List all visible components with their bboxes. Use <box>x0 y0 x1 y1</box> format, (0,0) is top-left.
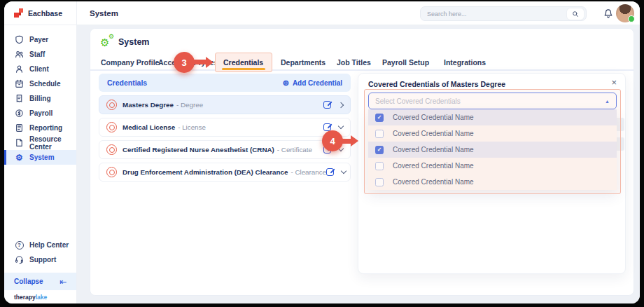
tab-credentials[interactable]: Credentials <box>223 58 263 67</box>
certificate-badge-icon <box>106 144 117 155</box>
chevron-right-icon[interactable] <box>338 102 344 107</box>
gear-icon: ⚙ <box>15 153 24 162</box>
search-input[interactable] <box>427 11 567 18</box>
search-button[interactable] <box>567 8 584 20</box>
sidebar-item-resource-center[interactable]: Resource Center <box>4 135 76 150</box>
users-icon <box>15 50 24 59</box>
user-avatar[interactable] <box>616 4 634 22</box>
covered-credentials-select[interactable]: Select Covered Credentials ▲ <box>368 93 617 109</box>
covered-credentials-panel: Covered Credentials of Masters Degree × … <box>358 73 626 274</box>
dropdown-option[interactable]: ✓ Covered Credential Name <box>368 125 617 142</box>
dollar-icon <box>15 109 24 118</box>
search-box <box>420 6 587 21</box>
eachbase-logo-icon <box>14 8 23 18</box>
sidebar-item-support[interactable]: Support <box>4 252 76 267</box>
dropdown-option[interactable]: ✓ Covered Credential Name <box>368 109 617 125</box>
caret-up-icon: ▲ <box>605 99 610 104</box>
chevron-down-icon[interactable] <box>341 168 346 174</box>
tab-integrations[interactable]: Integrations <box>444 58 486 67</box>
checkbox[interactable]: ✓ <box>375 178 384 186</box>
search-icon <box>572 11 579 18</box>
step-3-arrow <box>193 60 206 64</box>
license-badge-icon <box>106 122 117 132</box>
sidebar-item-reporting[interactable]: Reporting <box>4 121 76 135</box>
sidebar-item-label: Reporting <box>29 124 62 132</box>
select-placeholder: Select Covered Credentials <box>375 97 461 105</box>
tab-departments[interactable]: Departments <box>281 58 326 67</box>
step-4-arrow <box>342 139 351 144</box>
tab-bar: Company Profile Access Visit Types Crede… <box>90 57 634 71</box>
credentials-panel-title: Credentials <box>107 79 147 87</box>
calendar-icon <box>15 79 24 88</box>
checkbox[interactable]: ✓ <box>375 146 384 154</box>
sidebar-item-label: Schedule <box>29 80 60 88</box>
checkbox[interactable]: ✓ <box>375 162 384 170</box>
tab-payroll-setup[interactable]: Payroll Setup <box>382 58 429 67</box>
edit-icon[interactable] <box>326 168 334 176</box>
sidebar-item-system[interactable]: ⚙ System <box>4 150 76 165</box>
active-tab-underline <box>222 68 265 70</box>
brand-logo-row[interactable]: Eachbase <box>4 1 76 25</box>
sidebar-item-label: Billing <box>29 95 51 102</box>
system-heading-text: System <box>118 37 149 47</box>
system-heading: ⚙ ⚙ System <box>100 36 149 48</box>
step-4-badge: 4 <box>322 130 343 151</box>
report-icon <box>15 123 24 132</box>
notifications-bell-icon[interactable] <box>603 8 613 19</box>
add-credential-button[interactable]: ⊕ Add Credential <box>283 79 342 87</box>
chevron-down-icon[interactable] <box>338 123 344 129</box>
sidebar-item-payroll[interactable]: Payroll <box>4 106 76 121</box>
credential-row-masters-degree[interactable]: Masters Degree - Degree <box>99 95 351 114</box>
headset-icon <box>15 255 24 264</box>
sidebar-item-staff[interactable]: Staff <box>4 47 76 62</box>
system-gears-icon: ⚙ ⚙ <box>100 36 111 48</box>
tab-job-titles[interactable]: Job Titles <box>337 58 371 67</box>
sidebar-item-label: Payroll <box>29 109 52 117</box>
content-area: ⚙ ⚙ System Company Profile Access Visit … <box>77 25 640 303</box>
therapylake-logo: therapylake <box>14 294 47 301</box>
topbar: System <box>77 1 640 25</box>
credentials-panel-header: Credentials ⊕ Add Credential <box>99 74 351 92</box>
step-3-arrow-head <box>206 57 214 68</box>
sidebar-item-label: System <box>29 154 55 161</box>
sidebar-item-label: Resource Center <box>29 135 76 151</box>
credential-row-medical-license[interactable]: Medical License - License <box>99 118 351 137</box>
dropdown-option[interactable]: ✓ Covered Credential Name <box>368 142 617 158</box>
sidebar-item-schedule[interactable]: Schedule <box>4 76 76 91</box>
checkbox[interactable]: ✓ <box>375 130 384 138</box>
user-icon <box>15 64 24 74</box>
covered-panel-title: Covered Credentials of Masters Degree <box>368 80 505 88</box>
sidebar-item-label: Client <box>29 65 49 73</box>
step-4-arrow-head <box>351 135 358 146</box>
close-icon[interactable]: × <box>611 76 617 89</box>
app-window: Eachbase Payer Staff Client Schedule Bil… <box>4 1 640 303</box>
step-3-badge: 3 <box>174 52 195 73</box>
help-icon: ? <box>15 240 24 250</box>
credentials-panel: Credentials ⊕ Add Credential Masters Deg… <box>99 74 351 92</box>
tab-company-profile[interactable]: Company Profile <box>101 58 159 67</box>
dropdown-option[interactable]: ✓ Covered Credential Name <box>368 158 617 174</box>
covered-credentials-dropdown: ✓ Covered Credential Name ✓ Covered Cred… <box>368 109 617 190</box>
sidebar-item-client[interactable]: Client <box>4 62 76 76</box>
collapse-button[interactable]: Collapse ⇤ <box>4 273 76 290</box>
add-credential-label: Add Credential <box>293 79 342 87</box>
sidebar-footer-nav: ? Help Center Support <box>4 238 76 267</box>
credential-row-dea-clearance[interactable]: Drug Enforcement Administration (DEA) Cl… <box>99 163 351 182</box>
sidebar-item-help-center[interactable]: ? Help Center <box>4 238 76 252</box>
sidebar-item-label: Support <box>29 256 56 264</box>
collapse-label: Collapse <box>14 278 43 285</box>
dropdown-option[interactable]: ✓ Covered Credential Name <box>368 174 617 190</box>
checkbox[interactable]: ✓ <box>375 114 384 122</box>
sidebar-item-payer[interactable]: Payer <box>4 32 76 47</box>
check-icon: ✓ <box>377 147 382 153</box>
sidebar-item-label: Payer <box>29 36 48 43</box>
receipt-icon <box>15 94 24 103</box>
credential-row-crna[interactable]: Certified Registered Nurse Anesthetist (… <box>99 140 351 159</box>
sidebar-item-label: Help Center <box>29 241 69 249</box>
edit-icon[interactable] <box>323 101 331 109</box>
sidebar-item-billing[interactable]: Billing <box>4 91 76 106</box>
clearance-badge-icon <box>106 167 117 177</box>
system-card: ⚙ ⚙ System Company Profile Access Visit … <box>90 28 634 296</box>
sidebar-nav: Payer Staff Client Schedule Billing Payr… <box>4 32 76 165</box>
brand-name: Eachbase <box>28 9 62 18</box>
